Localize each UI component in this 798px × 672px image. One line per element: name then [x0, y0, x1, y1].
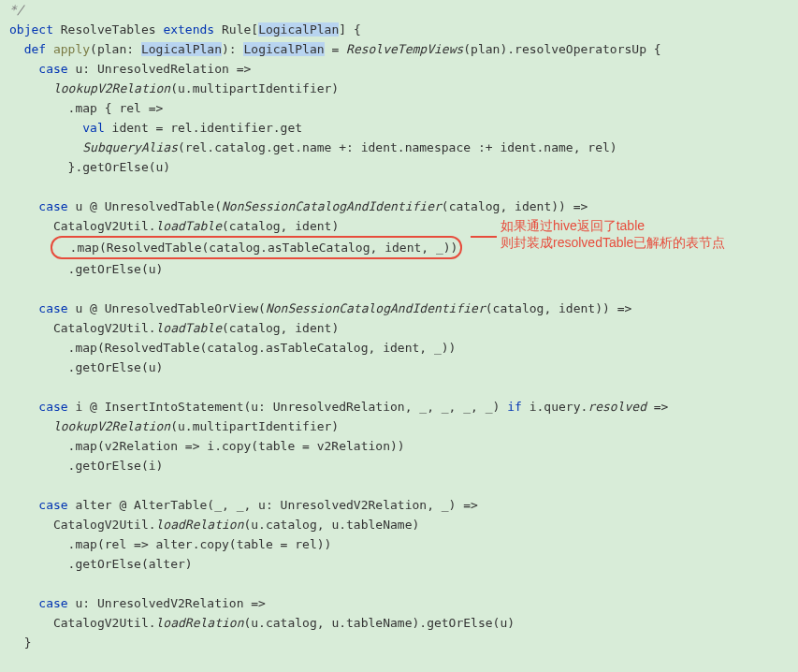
keyword-object: object: [9, 22, 53, 37]
code-line: lookupV2Relation(u.multipartIdentifier): [9, 79, 789, 98]
code-line: }.getOrElse(u): [9, 157, 789, 177]
method-call: lookupV2Relation: [9, 419, 170, 433]
code-line: [9, 177, 789, 197]
code-line: case u @ UnresolvedTable(NonSessionCatal…: [9, 197, 789, 216]
annotation-line2: 则封装成resolvedTable已解析的表节点: [501, 234, 725, 251]
code-line: .map(rel => alter.copy(table = rel)): [9, 534, 789, 554]
keyword-if: if: [507, 400, 522, 414]
keyword-case: case: [9, 301, 68, 315]
keyword-case: case: [9, 596, 68, 610]
static-call: SubqueryAlias: [9, 140, 178, 154]
static-call: NonSessionCatalogAndIdentifier: [222, 199, 442, 213]
code-line: val ident = rel.identifier.get: [9, 118, 789, 138]
static-method: loadRelation: [156, 518, 244, 532]
comment-end: */: [9, 3, 24, 17]
keyword-case: case: [9, 498, 68, 512]
code-line: def apply(plan: LogicalPlan): LogicalPla…: [9, 39, 789, 59]
code-block: */ object ResolveTables extends Rule[Log…: [0, 0, 798, 672]
annotation-line1: 如果通过hive返回了table: [501, 217, 725, 234]
annotation-arrow: [471, 236, 497, 238]
code-line: object ResolveTables extends Rule[Logica…: [9, 20, 789, 39]
annotation-text: 如果通过hive返回了table 则封装成resolvedTable已解析的表节…: [501, 217, 725, 251]
method-resolved: resolved: [588, 400, 646, 414]
code-line: .map(ResolvedTable(catalog.asTableCatalo…: [9, 338, 789, 358]
highlighted-type: LogicalPlan: [141, 42, 222, 56]
static-method: loadTable: [156, 219, 222, 233]
keyword-case: case: [9, 400, 68, 414]
code-line: CatalogV2Util.loadRelation(u.catalog, u.…: [9, 613, 789, 633]
method-call: lookupV2Relation: [9, 81, 170, 95]
code-line: case u @ UnresolvedTableOrView(NonSessio…: [9, 299, 789, 318]
code-line: [9, 574, 789, 593]
code-line: [9, 475, 789, 495]
code-line: .getOrElse(i): [9, 456, 789, 475]
static-method: loadRelation: [156, 616, 244, 630]
static-call: NonSessionCatalogAndIdentifier: [266, 301, 486, 315]
code-line: case u: UnresolvedRelation =>: [9, 59, 789, 79]
code-line: .getOrElse(alter): [9, 554, 789, 574]
code-line: CatalogV2Util.loadRelation(u.catalog, u.…: [9, 515, 789, 534]
keyword-def: def: [9, 42, 46, 56]
code-line: [9, 377, 789, 397]
code-line: case i @ InsertIntoStatement(u: Unresolv…: [9, 397, 789, 416]
static-method: loadTable: [156, 321, 222, 335]
highlighted-type: LogicalPlan: [258, 22, 339, 37]
static-call: ResolveTempViews: [346, 42, 463, 56]
boxed-code: .map(ResolvedTable(catalog.asTableCatalo…: [55, 241, 457, 255]
code-line: }: [9, 633, 789, 652]
code-line: .getOrElse(u): [9, 358, 789, 377]
code-line: [9, 652, 789, 672]
keyword-case: case: [9, 199, 68, 213]
code-container: */ object ResolveTables extends Rule[Log…: [0, 0, 798, 672]
code-line: CatalogV2Util.loadTable(catalog, ident): [9, 318, 789, 338]
keyword-extends: extends: [163, 22, 214, 37]
code-line: .map { rel =>: [9, 98, 789, 118]
method-apply: apply: [46, 42, 90, 56]
code-line: SubqueryAlias(rel.catalog.get.name +: id…: [9, 138, 789, 157]
code-line: [9, 279, 789, 299]
highlighted-box: .map(ResolvedTable(catalog.asTableCatalo…: [51, 236, 462, 259]
keyword-case: case: [9, 62, 68, 76]
highlighted-type: LogicalPlan: [243, 42, 324, 56]
code-line: lookupV2Relation(u.multipartIdentifier): [9, 416, 789, 436]
code-line: */: [9, 0, 789, 20]
code-line: .map(v2Relation => i.copy(table = v2Rela…: [9, 436, 789, 456]
keyword-val: val: [9, 121, 105, 135]
code-line: case alter @ AlterTable(_, _, u: Unresol…: [9, 495, 789, 515]
code-line: case u: UnresolvedV2Relation =>: [9, 593, 789, 613]
code-line: .getOrElse(u): [9, 259, 789, 279]
